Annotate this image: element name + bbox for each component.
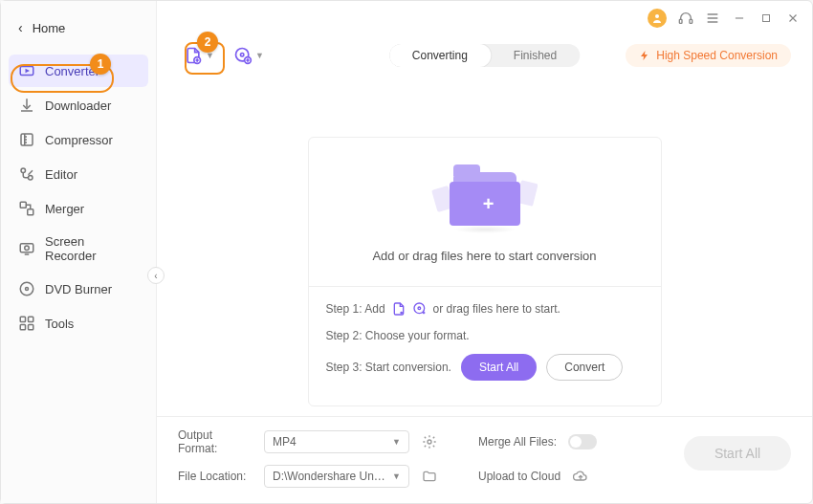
dropzone-headline: Add or drag files here to start conversi…	[372, 249, 596, 263]
settings-icon[interactable]	[421, 433, 438, 450]
folder-open-icon[interactable]	[421, 468, 438, 485]
svg-rect-11	[20, 317, 25, 321]
app-window: ‹ Home Converter Downloader Compres	[0, 0, 813, 504]
nav-label: Editor	[45, 167, 77, 182]
merger-icon	[18, 200, 35, 217]
svg-point-24	[418, 307, 421, 310]
close-icon[interactable]	[785, 11, 801, 26]
footer: Output Format: MP4 ▼ Merge All Files: Fi…	[157, 416, 812, 503]
sidebar-item-editor[interactable]: Editor	[9, 158, 148, 190]
step-3: Step 3: Start conversion. Start All Conv…	[326, 354, 644, 381]
main-panel: ▼ ▼ Converting Finished High Speed Conve…	[157, 1, 812, 503]
svg-rect-17	[690, 19, 692, 23]
converter-icon	[18, 62, 35, 79]
cloud-upload-icon[interactable]	[572, 468, 589, 485]
tab-converting[interactable]: Converting	[389, 44, 491, 67]
sidebar: ‹ Home Converter Downloader Compres	[1, 1, 157, 503]
sidebar-item-converter[interactable]: Converter	[9, 55, 148, 87]
plus-icon: +	[480, 195, 497, 212]
svg-rect-12	[29, 317, 33, 321]
svg-rect-16	[679, 19, 682, 23]
merge-toggle[interactable]	[568, 434, 597, 449]
convert-pill[interactable]: Convert	[546, 354, 623, 381]
add-dvd-icon	[412, 301, 428, 317]
svg-point-23	[414, 303, 425, 314]
sidebar-item-downloader[interactable]: Downloader	[9, 89, 148, 121]
svg-marker-1	[26, 69, 31, 74]
dropzone-top: + Add or drag files here to start conver…	[309, 138, 661, 286]
svg-rect-6	[28, 209, 33, 215]
upload-label: Upload to Cloud	[478, 470, 560, 483]
svg-rect-14	[29, 325, 33, 330]
high-speed-badge[interactable]: High Speed Conversion	[626, 44, 791, 67]
avatar-icon[interactable]	[648, 9, 667, 28]
svg-point-8	[25, 246, 30, 251]
tools-icon	[18, 315, 35, 332]
svg-point-4	[29, 176, 33, 181]
dropzone[interactable]: + Add or drag files here to start conver…	[308, 137, 662, 406]
svg-point-10	[26, 288, 29, 291]
start-all-button[interactable]: Start All	[684, 436, 791, 471]
menu-icon[interactable]	[705, 11, 720, 26]
maximize-icon[interactable]	[758, 11, 774, 26]
callout-badge-1: 1	[90, 54, 111, 75]
chevron-down-icon: ▼	[392, 437, 401, 447]
nav-label: Downloader	[45, 99, 111, 113]
svg-rect-7	[20, 244, 33, 252]
nav-label: Merger	[45, 202, 84, 216]
lightning-icon	[639, 50, 650, 61]
home-label: Home	[33, 21, 66, 35]
tab-switcher: Converting Finished	[389, 44, 580, 67]
svg-rect-5	[20, 202, 26, 208]
svg-point-25	[428, 440, 431, 444]
speed-label: High Speed Conversion	[656, 49, 778, 62]
output-format-label: Output Format:	[178, 428, 253, 455]
download-icon	[18, 97, 35, 114]
dropzone-steps: Step 1: Add or drag files here to start.…	[309, 286, 661, 405]
merge-label: Merge All Files:	[478, 435, 557, 449]
svg-rect-13	[20, 325, 25, 330]
chevron-down-icon: ▼	[392, 471, 401, 481]
svg-rect-18	[763, 15, 770, 22]
chevron-down-icon: ▼	[255, 51, 264, 60]
output-format-value: MP4	[273, 435, 297, 449]
nav-label: DVD Burner	[45, 282, 112, 296]
file-location-value: D:\Wondershare UniConverter 1	[273, 470, 387, 483]
add-file-icon	[391, 301, 406, 317]
tab-finished[interactable]: Finished	[491, 44, 580, 67]
file-location-label: File Location:	[178, 470, 253, 483]
minimize-icon[interactable]	[732, 11, 747, 26]
step3-text: Step 3: Start conversion.	[326, 359, 451, 376]
svg-point-9	[20, 282, 33, 296]
sidebar-item-merger[interactable]: Merger	[9, 192, 148, 225]
headset-icon[interactable]	[678, 11, 693, 26]
svg-point-3	[21, 168, 26, 173]
nav-label: Tools	[45, 317, 74, 331]
sidebar-item-compressor[interactable]: Compressor	[9, 123, 148, 156]
callout-badge-2: 2	[197, 32, 218, 53]
step1-prefix: Step 1: Add	[326, 300, 385, 318]
add-dvd-button[interactable]: ▼	[228, 42, 270, 69]
nav-list: Converter Downloader Compressor Editor	[1, 55, 156, 340]
svg-point-15	[655, 14, 659, 18]
chevron-left-icon: ‹	[18, 20, 23, 35]
home-button[interactable]: ‹ Home	[1, 14, 156, 41]
screen-recorder-icon	[18, 240, 35, 257]
dvd-icon	[18, 280, 35, 297]
sidebar-item-dvdburner[interactable]: DVD Burner	[9, 273, 148, 305]
sidebar-item-tools[interactable]: Tools	[9, 307, 148, 340]
file-location-select[interactable]: D:\Wondershare UniConverter 1 ▼	[264, 465, 409, 488]
sidebar-item-screenrecorder[interactable]: Screen Recorder	[9, 227, 148, 271]
start-all-pill[interactable]: Start All	[461, 354, 537, 381]
folder-illustration: +	[432, 159, 538, 235]
step-2: Step 2: Choose your format.	[326, 327, 644, 344]
toolbar: ▼ ▼ Converting Finished High Speed Conve…	[157, 35, 812, 76]
nav-label: Compressor	[45, 133, 113, 147]
titlebar	[157, 1, 812, 35]
step1-suffix: or drag files here to start.	[433, 300, 560, 318]
nav-label: Screen Recorder	[45, 234, 139, 263]
compressor-icon	[18, 131, 35, 148]
output-format-select[interactable]: MP4 ▼	[264, 430, 409, 453]
editor-icon	[18, 165, 35, 183]
step-1: Step 1: Add or drag files here to start.	[326, 300, 644, 318]
